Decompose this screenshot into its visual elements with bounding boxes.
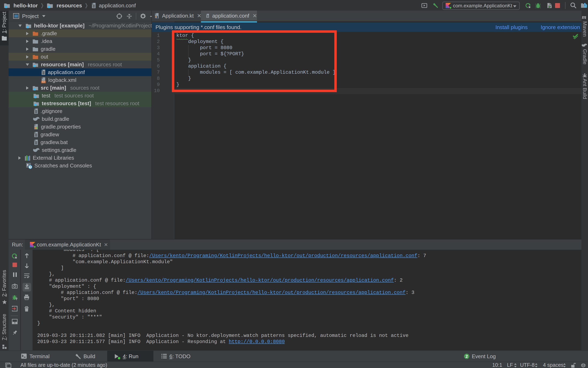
svg-text:<>: <> — [42, 80, 45, 83]
